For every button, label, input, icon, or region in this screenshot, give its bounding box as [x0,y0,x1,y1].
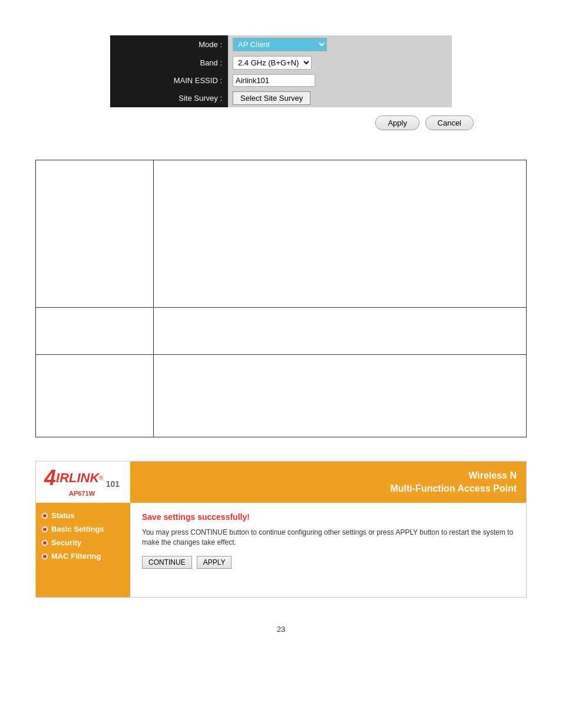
nav-label-basic-settings: Basic Settings [51,525,104,533]
airlink-logo-area: 4 IRLINK ® 101 AP671W [36,462,130,503]
cancel-button[interactable]: Cancel [425,116,474,130]
band-row: Band : 2.4 GHz (B+G+N) [110,54,452,72]
apply-button[interactable]: Apply [375,116,419,130]
content-cell-3-right [154,355,527,437]
top-form-section: Mode : AP Client Band : 2.4 GHz (B+G+N) … [0,0,562,154]
airlink-nav: Status Basic Settings Security MAC Filte… [36,503,130,597]
continue-button[interactable]: CONTINUE [142,556,192,569]
apply-action-button[interactable]: APPLY [197,556,232,569]
save-success-text: You may press CONTINUE button to continu… [142,528,514,548]
logo-model: AP671W [69,490,95,497]
band-select[interactable]: 2.4 GHz (B+G+N) [233,56,312,70]
content-cell-2-right [154,308,527,355]
content-cell-3-left [36,355,154,437]
site-survey-cell: Select Site Survey [228,89,452,107]
site-survey-label: Site Survey : [110,89,228,107]
airlink-logo: 4 IRLINK ® 101 AP671W [44,467,120,497]
airlink-body: Status Basic Settings Security MAC Filte… [36,503,526,597]
nav-item-mac-filtering[interactable]: MAC Filtering [36,549,130,563]
logo-text: 4 IRLINK ® 101 [44,467,120,489]
airlink-title-area: Wireless N Multi-Function Access Point [130,462,526,503]
title-line-2: Multi-Function Access Point [390,482,517,495]
content-cell-2-left [36,308,154,355]
mode-row: Mode : AP Client [110,35,452,54]
site-survey-button[interactable]: Select Site Survey [233,91,310,105]
airlink-content: Save settings successfully! You may pres… [130,503,526,597]
airlink-title: Wireless N Multi-Function Access Point [390,469,517,496]
nav-item-basic-settings[interactable]: Basic Settings [36,522,130,536]
settings-form: Mode : AP Client Band : 2.4 GHz (B+G+N) … [110,35,452,107]
page-number: 23 [0,615,562,640]
save-success-title: Save settings successfully! [142,512,514,522]
nav-label-status: Status [51,511,75,520]
apply-cancel-area: Apply Cancel [35,107,527,142]
nav-bullet-security [42,540,48,546]
band-cell: 2.4 GHz (B+G+N) [228,54,452,72]
logo-registered-mark: ® [99,475,103,482]
nav-bullet-status [42,513,48,519]
essid-label: MAIN ESSID : [110,72,228,89]
content-table [35,160,527,437]
site-survey-row: Site Survey : Select Site Survey [110,89,452,107]
nav-item-security[interactable]: Security [36,536,130,549]
mode-cell: AP Client [228,35,452,54]
nav-item-status[interactable]: Status [36,509,130,522]
nav-label-security: Security [51,538,81,547]
airlink-header: 4 IRLINK ® 101 AP671W Wireless N Multi-F… [36,462,526,503]
action-buttons: CONTINUE APPLY [142,556,514,569]
content-row-3 [36,355,527,437]
logo-101-text: 101 [106,479,120,489]
nav-bullet-mac-filtering [42,554,48,559]
content-row-2 [36,308,527,355]
content-section [0,154,562,449]
logo-4-char: 4 [44,467,56,489]
essid-row: MAIN ESSID : [110,72,452,89]
content-cell-1-left [36,160,154,308]
mode-label: Mode : [110,35,228,54]
title-line-1: Wireless N [390,469,517,482]
content-cell-1-right [154,160,527,308]
content-row-1 [36,160,527,308]
nav-label-mac-filtering: MAC Filtering [51,552,101,561]
airlink-panel: 4 IRLINK ® 101 AP671W Wireless N Multi-F… [35,461,527,598]
essid-cell [228,72,452,89]
essid-input[interactable] [233,74,315,87]
band-label: Band : [110,54,228,72]
nav-bullet-basic-settings [42,526,48,532]
mode-select[interactable]: AP Client [233,38,327,51]
logo-irlink-text: IRLINK [56,470,99,486]
airlink-section: 4 IRLINK ® 101 AP671W Wireless N Multi-F… [0,449,562,615]
